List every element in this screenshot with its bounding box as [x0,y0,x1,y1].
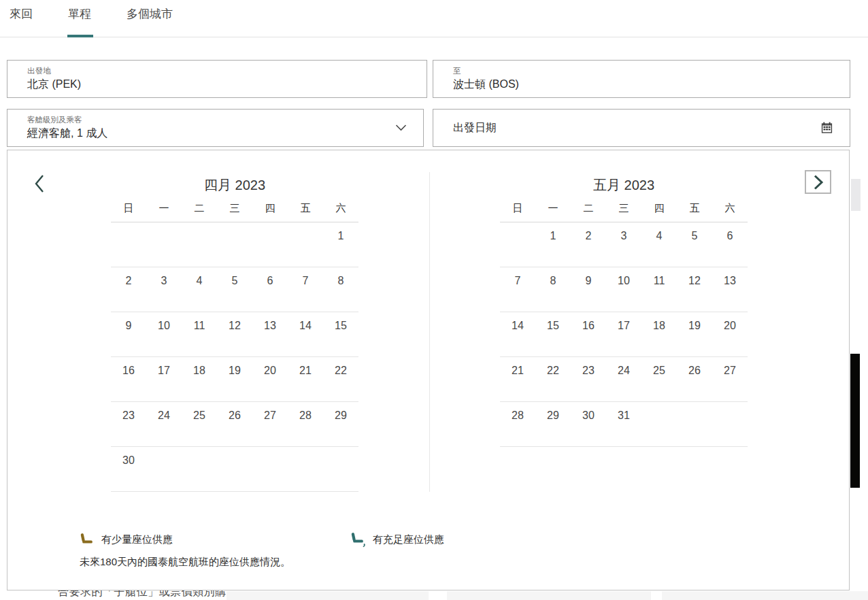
destination-label: 至 [453,66,461,76]
calendar-day[interactable]: 28 [288,402,323,446]
calendar-day[interactable]: 6 [252,267,288,312]
calendar-day[interactable]: 17 [146,357,182,401]
tab-one-way[interactable]: 單程 [68,6,91,22]
calendar-day[interactable]: 16 [111,357,146,401]
calendar-day[interactable]: 24 [146,402,182,446]
legend-ample-seats: 有充足座位供應 [350,530,444,549]
calendar-day[interactable]: 25 [182,402,217,446]
next-month-button[interactable] [805,170,831,194]
calendar-day-empty [641,402,677,446]
calendar-day[interactable]: 20 [252,357,288,401]
calendar-day[interactable]: 10 [606,267,641,312]
calendar-day-empty [146,222,182,267]
calendar-day[interactable]: 1 [535,222,571,267]
departure-date-field[interactable]: 出發日期 [433,109,850,147]
calendar-day[interactable]: 30 [111,447,146,491]
calendar-day[interactable]: 15 [323,312,358,356]
calendar-day[interactable]: 11 [641,267,677,312]
calendar-day-empty [111,222,146,267]
weekday-label: 一 [146,202,182,215]
background-image-strip [850,354,860,488]
calendar-day[interactable]: 5 [677,222,712,267]
calendar-day[interactable]: 7 [288,267,323,312]
calendar-day[interactable]: 9 [571,267,606,312]
calendar-day[interactable]: 22 [323,357,358,401]
calendar-day[interactable]: 4 [182,267,217,312]
calendar-month-april: 四月 2023 日一二三四五六 123456789101112131415161… [111,175,358,492]
calendar-day[interactable]: 11 [182,312,217,356]
weekday-label: 三 [606,202,641,215]
calendar-day[interactable]: 5 [217,267,252,312]
month-grid: 1234567891011121314151617181920212223242… [111,222,358,492]
background-field [227,591,429,600]
calendar-day[interactable]: 28 [500,402,535,446]
calendar-day[interactable]: 13 [252,312,288,356]
tab-multi-city[interactable]: 多個城市 [127,6,173,22]
calendar-day[interactable]: 19 [677,312,712,356]
previous-month-button[interactable] [32,173,50,194]
calendar-day[interactable]: 9 [111,312,146,356]
calendar-day[interactable]: 29 [535,402,571,446]
weekday-label: 五 [288,202,323,215]
calendar-day[interactable]: 24 [606,357,641,401]
calendar-day[interactable]: 10 [146,312,182,356]
calendar-day[interactable]: 29 [323,402,358,446]
calendar-day[interactable]: 17 [606,312,641,356]
trip-type-tabs: 來回 單程 多個城市 [0,0,868,37]
calendar-day[interactable]: 26 [677,357,712,401]
origin-label: 出發地 [27,66,51,76]
origin-field[interactable]: 出發地 北京 (PEK) [7,60,427,98]
calendar-day[interactable]: 2 [571,222,606,267]
calendar-day[interactable]: 23 [571,357,606,401]
calendar-week-row: 78910111213 [500,267,748,312]
chevron-down-icon [395,124,407,132]
calendar-day[interactable]: 2 [111,267,146,312]
calendar-day-empty [217,222,252,267]
calendar-day[interactable]: 20 [712,312,748,356]
calendar-day[interactable]: 27 [252,402,288,446]
calendar-day[interactable]: 18 [641,312,677,356]
calendar-day-empty [182,447,217,491]
calendar-day[interactable]: 14 [288,312,323,356]
legend-limited-label: 有少量座位供應 [101,533,173,546]
cabin-value: 經濟客艙, 1 成人 [27,127,107,141]
calendar-day[interactable]: 3 [146,267,182,312]
calendar-day[interactable]: 8 [323,267,358,312]
calendar-day[interactable]: 15 [535,312,571,356]
scrollbar-thumb[interactable] [851,179,861,211]
calendar-day[interactable]: 25 [641,357,677,401]
calendar-day-empty [217,447,252,491]
calendar-day[interactable]: 21 [500,357,535,401]
calendar-day[interactable]: 30 [571,402,606,446]
calendar-day[interactable]: 3 [606,222,641,267]
calendar-day[interactable]: 31 [606,402,641,446]
calendar-day[interactable]: 21 [288,357,323,401]
calendar-day[interactable]: 14 [500,312,535,356]
calendar-day[interactable]: 23 [111,402,146,446]
calendar-week-row: 2345678 [111,267,358,312]
calendar-day[interactable]: 12 [217,312,252,356]
calendar-day[interactable]: 19 [217,357,252,401]
calendar-day[interactable]: 18 [182,357,217,401]
cabin-label: 客艙級別及乘客 [27,115,82,125]
tab-round-trip[interactable]: 來回 [10,6,33,22]
calendar-day[interactable]: 27 [712,357,748,401]
calendar-day[interactable]: 13 [712,267,748,312]
calendar-day[interactable]: 6 [712,222,748,267]
calendar-day[interactable]: 22 [535,357,571,401]
calendar-day[interactable]: 1 [323,222,358,267]
calendar-day[interactable]: 4 [641,222,677,267]
calendar-day[interactable]: 12 [677,267,712,312]
cabin-passengers-field[interactable]: 客艙級別及乘客 經濟客艙, 1 成人 [7,109,424,147]
calendar-day[interactable]: 8 [535,267,571,312]
calendar-day-empty [288,222,323,267]
calendar-day-empty [288,447,323,491]
calendar-day[interactable]: 16 [571,312,606,356]
seat-limited-icon [80,532,95,548]
calendar-day[interactable]: 26 [217,402,252,446]
calendar-day[interactable]: 7 [500,267,535,312]
calendar-day-empty [252,222,288,267]
destination-field[interactable]: 至 波士頓 (BOS) [433,60,850,98]
calendar-icon [820,122,833,135]
month-title: 五月 2023 [500,175,748,195]
